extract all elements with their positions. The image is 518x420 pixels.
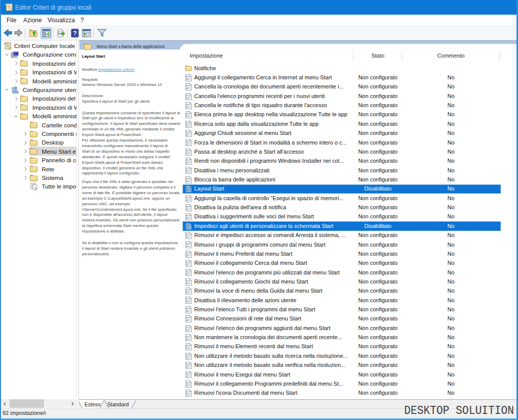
- svg-text:Standard: Standard: [107, 401, 129, 407]
- svg-text:Esteso: Esteso: [84, 401, 101, 407]
- svg-text:?: ?: [73, 30, 77, 37]
